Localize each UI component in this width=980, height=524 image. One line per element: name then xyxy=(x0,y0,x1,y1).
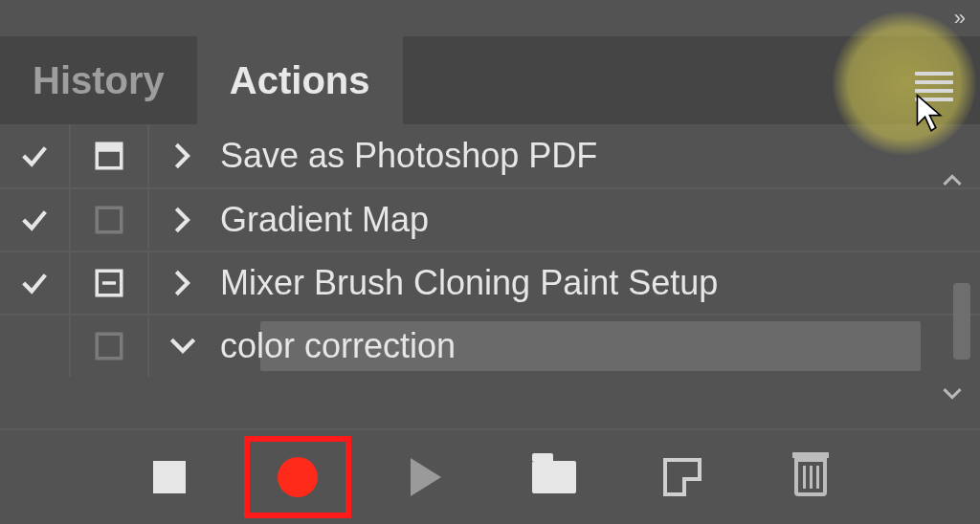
action-label: Save as Photoshop PDF xyxy=(216,136,980,176)
chevron-right-icon xyxy=(172,269,193,297)
play-button[interactable] xyxy=(397,448,455,506)
tab-actions[interactable]: Actions xyxy=(197,36,403,124)
play-icon xyxy=(411,458,441,496)
panel-menu-button[interactable] xyxy=(915,67,953,96)
overflow-chevrons-icon[interactable]: » xyxy=(954,6,963,31)
toggle-enabled[interactable] xyxy=(0,124,71,187)
action-row-selected[interactable]: color correction xyxy=(0,314,980,377)
scroll-up-button[interactable] xyxy=(942,164,963,194)
action-label: Mixer Brush Cloning Paint Setup xyxy=(216,263,980,303)
new-set-button[interactable] xyxy=(525,448,583,506)
record-icon xyxy=(278,457,318,497)
chevron-up-icon xyxy=(942,172,963,187)
dialog-full-icon xyxy=(93,140,125,172)
new-action-button[interactable] xyxy=(654,448,711,506)
stop-button[interactable] xyxy=(141,448,198,506)
action-label: Gradient Map xyxy=(216,200,980,240)
actions-list: Save as Photoshop PDF Gradient Map xyxy=(0,124,980,377)
action-label: color correction xyxy=(216,326,980,366)
dialog-minus-icon xyxy=(93,267,125,299)
action-row[interactable]: Mixer Brush Cloning Paint Setup xyxy=(0,251,980,314)
toggle-dialog[interactable] xyxy=(71,252,149,314)
checkmark-icon xyxy=(18,204,51,236)
dialog-empty-icon xyxy=(93,330,125,362)
svg-rect-5 xyxy=(97,334,122,359)
tab-strip: History Actions xyxy=(0,36,980,124)
svg-rect-2 xyxy=(97,207,122,232)
delete-button[interactable] xyxy=(782,448,839,506)
toggle-dialog[interactable] xyxy=(71,189,149,251)
toggle-dialog[interactable] xyxy=(71,124,149,187)
action-row[interactable]: Save as Photoshop PDF xyxy=(0,124,980,187)
expand-toggle[interactable] xyxy=(149,189,216,251)
toggle-enabled[interactable] xyxy=(0,252,71,314)
checkmark-icon xyxy=(18,267,51,299)
chevron-down-icon xyxy=(168,336,197,357)
scroll-down-button[interactable] xyxy=(942,379,963,408)
record-button[interactable] xyxy=(244,436,351,518)
chevron-right-icon xyxy=(172,206,193,234)
tab-history[interactable]: History xyxy=(0,36,197,124)
actions-panel: » History Actions Save as Photoshop PDF xyxy=(0,0,980,524)
toggle-enabled[interactable] xyxy=(0,316,71,377)
expand-toggle[interactable] xyxy=(149,124,216,187)
checkmark-icon xyxy=(18,140,51,172)
folder-icon xyxy=(532,461,576,493)
chevron-down-icon xyxy=(942,386,963,402)
expand-toggle[interactable] xyxy=(149,316,216,377)
toggle-enabled[interactable] xyxy=(0,189,71,251)
chevron-right-icon xyxy=(172,142,193,170)
svg-rect-1 xyxy=(97,143,122,152)
toggle-dialog[interactable] xyxy=(71,316,149,377)
actions-footer xyxy=(0,428,980,524)
dialog-empty-icon xyxy=(93,204,125,236)
expand-toggle[interactable] xyxy=(149,252,216,314)
stop-icon xyxy=(153,461,186,493)
trash-icon xyxy=(794,458,827,496)
action-row[interactable]: Gradient Map xyxy=(0,187,980,251)
new-document-icon xyxy=(663,458,702,496)
